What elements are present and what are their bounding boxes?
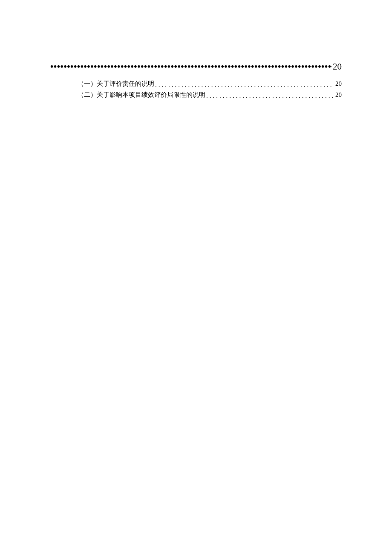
page-content: ••••••••••••••••••••••••••••••••••••••••… xyxy=(0,0,392,101)
toc-entry-page: 20 xyxy=(334,89,342,100)
toc-section-header: ••••••••••••••••••••••••••••••••••••••••… xyxy=(50,61,342,72)
toc-entry: （二）关于影响本项目绩效评价局限性的说明 ...................… xyxy=(50,89,342,100)
toc-entry: （一）关于评价责任的说明 ...........................… xyxy=(50,78,342,89)
toc-entry-label: （二）关于影响本项目绩效评价局限性的说明 xyxy=(78,89,205,100)
section-leader-dots: ••••••••••••••••••••••••••••••••••••••••… xyxy=(50,61,332,72)
toc-entry-dots: ........................................… xyxy=(205,90,334,101)
toc-entry-label: （一）关于评价责任的说明 xyxy=(78,78,154,89)
toc-entry-dots: ........................................… xyxy=(154,79,334,90)
section-page-number: 20 xyxy=(332,61,342,72)
toc-entry-page: 20 xyxy=(334,78,342,89)
